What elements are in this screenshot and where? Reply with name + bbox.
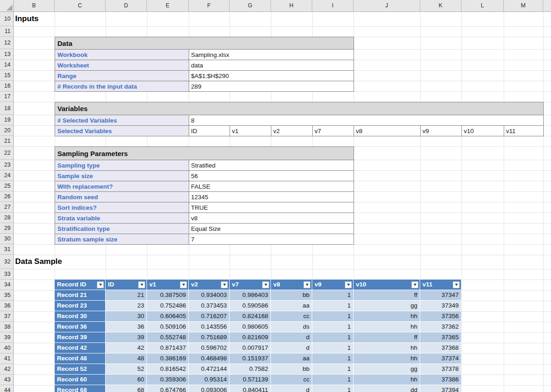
row-header-41[interactable]: 41 [0,353,13,364]
row-header-15[interactable]: 15 [0,70,13,81]
table-cell[interactable]: 37365 [420,332,461,343]
table-cell[interactable]: ds [271,322,312,332]
column-header-E[interactable]: E [147,0,189,11]
table-cell[interactable]: hh [354,311,420,322]
table-cell[interactable]: 42 [106,343,147,353]
table-cell[interactable]: Record 48 [55,353,106,364]
sample-size-label[interactable]: Sample size [55,171,189,181]
table-cell[interactable]: 1 [312,332,354,343]
column-header-F[interactable]: F [189,0,230,11]
range-label[interactable]: Range [55,71,189,81]
row-header-29[interactable]: 29 [0,223,13,234]
row-header-11[interactable]: 11 [0,26,13,37]
table-cell[interactable]: 21 [106,290,147,301]
column-header-K[interactable]: K [420,0,461,11]
table-cell[interactable]: 37394 [420,385,461,392]
row-header-19[interactable]: 19 [0,115,13,125]
stratum-sample-size-value[interactable]: 7 [189,234,354,245]
table-cell[interactable]: hh [354,343,420,353]
table-cell[interactable]: Record 23 [55,301,106,311]
table-cell[interactable]: 0.986403 [230,290,271,301]
filter-button-v7[interactable] [262,281,269,288]
table-cell[interactable]: 52 [106,364,147,375]
row-header-30[interactable]: 30 [0,234,13,244]
table-cell[interactable]: bb [271,364,312,375]
table-cell[interactable]: 0.590586 [230,301,271,311]
table-cell[interactable]: 37347 [420,290,461,301]
worksheet-value[interactable]: data [189,60,354,71]
selected-variable-cell[interactable]: v1 [230,126,271,136]
row-header-28[interactable]: 28 [0,213,13,223]
table-cell[interactable]: Record 36 [55,322,106,332]
row-header-16[interactable]: 16 [0,81,13,91]
table-cell[interactable]: 60 [106,375,147,385]
row-header-22[interactable]: 22 [0,146,13,160]
table-cell[interactable]: 0.7582 [230,364,271,375]
sort-indices-label[interactable]: Sort indices? [55,202,189,213]
selected-variables-count-label[interactable]: # Selected Variables [55,115,189,126]
sort-indices-value[interactable]: TRUE [189,202,354,213]
row-header-25[interactable]: 25 [0,181,13,191]
row-header-12[interactable]: 12 [0,37,13,49]
column-header-L[interactable]: L [461,0,504,11]
row-header-44[interactable]: 44 [0,385,13,392]
table-cell[interactable]: 37386 [420,375,461,385]
table-cell[interactable]: 0.151937 [230,353,271,364]
row-header-10[interactable]: 10 [0,12,13,26]
table-cell[interactable]: 0.816542 [147,364,189,375]
selected-variable-cell[interactable]: v11 [504,126,544,136]
filter-button-v10[interactable] [411,281,418,288]
table-cell[interactable]: d [271,332,312,343]
row-header-24[interactable]: 24 [0,170,13,181]
table-cell[interactable]: 1 [312,364,354,375]
row-header-33[interactable]: 33 [0,269,13,280]
row-header-13[interactable]: 13 [0,49,13,60]
table-cell[interactable]: Record 60 [55,375,106,385]
table-cell[interactable]: 1 [312,353,354,364]
sample-size-value[interactable]: 56 [189,171,354,181]
row-header-43[interactable]: 43 [0,375,13,385]
table-cell[interactable]: 0.472144 [189,364,230,375]
table-header-v9[interactable]: v9 [312,280,354,290]
row-header-18[interactable]: 18 [0,102,13,115]
column-header-D[interactable]: D [106,0,147,11]
row-header-36[interactable]: 36 [0,301,13,311]
table-cell[interactable]: Record 68 [55,385,106,392]
table-cell[interactable]: 0.751689 [189,332,230,343]
stratum-sample-size-label[interactable]: Stratum sample size [55,234,189,245]
table-cell[interactable]: Record 52 [55,364,106,375]
variables-section-header[interactable]: Variables [55,102,544,115]
table-cell[interactable]: 0.571139 [230,375,271,385]
table-cell[interactable]: gg [354,364,420,375]
filter-button-v2[interactable] [221,281,228,288]
table-cell[interactable]: 1 [312,322,354,332]
table-cell[interactable]: 1 [312,301,354,311]
table-cell[interactable]: 0.821609 [230,332,271,343]
table-header-v2[interactable]: v2 [189,280,230,290]
selected-variable-cell[interactable]: v8 [354,126,421,136]
table-cell[interactable]: 23 [106,301,147,311]
selected-variable-cell[interactable]: v2 [271,126,313,136]
table-cell[interactable]: 0.373453 [189,301,230,311]
table-cell[interactable]: 0.752486 [147,301,189,311]
table-header-v8[interactable]: v8 [271,280,312,290]
table-cell[interactable]: 0.596702 [189,343,230,353]
select-all-corner[interactable] [0,0,14,12]
table-cell[interactable]: 0.359306 [147,375,189,385]
table-cell[interactable]: Record 21 [55,290,106,301]
selected-variables-label[interactable]: Selected Variables [55,126,189,136]
table-cell[interactable]: ff [354,290,420,301]
row-header-23[interactable]: 23 [0,160,13,170]
table-cell[interactable]: 0.871437 [147,343,189,353]
table-cell[interactable]: 0.509106 [147,322,189,332]
records-count-value[interactable]: 289 [189,81,354,92]
table-cell[interactable]: aa [271,301,312,311]
table-cell[interactable]: gg [354,301,420,311]
table-cell[interactable]: 1 [312,290,354,301]
row-header-17[interactable]: 17 [0,91,13,102]
table-header-id[interactable]: ID [106,280,147,290]
table-header-v7[interactable]: v7 [230,280,271,290]
table-cell[interactable]: 0.386169 [147,353,189,364]
table-cell[interactable]: Record 30 [55,311,106,322]
table-header-record-id[interactable]: Record ID [55,280,106,290]
